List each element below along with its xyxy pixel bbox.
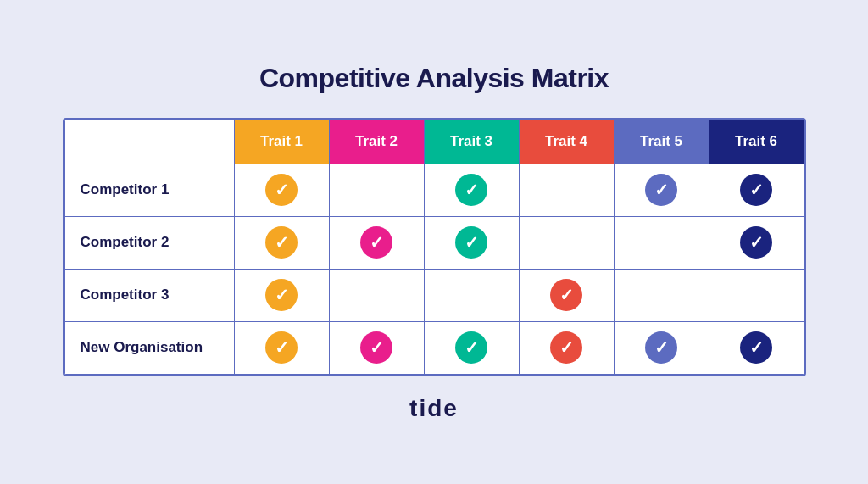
check-icon-r2-c3: ✓ xyxy=(550,279,582,311)
check-icon-r1-c2: ✓ xyxy=(455,226,487,259)
cell-r0-c3 xyxy=(519,164,614,216)
cell-r3-c4: ✓ xyxy=(614,321,709,374)
cell-r1-c5: ✓ xyxy=(709,216,804,269)
check-icon-r1-c1: ✓ xyxy=(360,226,392,259)
cell-r0-c0: ✓ xyxy=(234,164,329,216)
page-wrapper: Competitive Analysis Matrix Trait 1 Trai… xyxy=(0,46,868,439)
page-title: Competitive Analysis Matrix xyxy=(259,63,609,94)
cell-r3-c2: ✓ xyxy=(424,321,519,374)
cell-r0-c1 xyxy=(329,164,424,216)
empty-header-cell xyxy=(64,120,234,164)
trait-6-header: Trait 6 xyxy=(709,120,804,164)
cell-r1-c2: ✓ xyxy=(424,216,519,269)
cell-r1-c4 xyxy=(614,216,709,269)
cell-r3-c1: ✓ xyxy=(329,321,424,374)
cell-r2-c5 xyxy=(709,269,804,321)
cell-r2-c3: ✓ xyxy=(519,269,614,321)
cell-r2-c1 xyxy=(329,269,424,321)
check-icon-r2-c0: ✓ xyxy=(265,279,298,311)
table-row: Competitor 3✓✓ xyxy=(64,269,804,321)
check-icon-r3-c2: ✓ xyxy=(455,331,487,364)
cell-r3-c0: ✓ xyxy=(234,321,329,374)
check-icon-r0-c0: ✓ xyxy=(265,174,298,206)
table-row: Competitor 1✓✓✓✓ xyxy=(64,164,804,216)
check-icon-r3-c3: ✓ xyxy=(550,331,582,364)
cell-r1-c3 xyxy=(519,216,614,269)
row-label-2: Competitor 3 xyxy=(64,269,234,321)
brand-logo: tide xyxy=(409,395,459,422)
cell-r0-c4: ✓ xyxy=(614,164,709,216)
cell-r3-c5: ✓ xyxy=(709,321,804,374)
trait-4-header: Trait 4 xyxy=(519,120,614,164)
check-icon-r3-c0: ✓ xyxy=(265,331,298,364)
cell-r0-c5: ✓ xyxy=(709,164,804,216)
matrix-container: Trait 1 Trait 2 Trait 3 Trait 4 Trait 5 … xyxy=(63,118,806,376)
check-icon-r0-c2: ✓ xyxy=(455,174,487,206)
trait-5-header: Trait 5 xyxy=(614,120,709,164)
row-label-0: Competitor 1 xyxy=(64,164,234,216)
trait-3-header: Trait 3 xyxy=(424,120,519,164)
cell-r1-c0: ✓ xyxy=(234,216,329,269)
check-icon-r3-c4: ✓ xyxy=(645,331,677,364)
cell-r2-c2 xyxy=(424,269,519,321)
check-icon-r3-c5: ✓ xyxy=(740,331,772,364)
table-row: New Organisation✓✓✓✓✓✓ xyxy=(64,321,804,374)
cell-r2-c0: ✓ xyxy=(234,269,329,321)
table-row: Competitor 2✓✓✓✓ xyxy=(64,216,804,269)
trait-1-header: Trait 1 xyxy=(234,120,329,164)
check-icon-r3-c1: ✓ xyxy=(360,331,392,364)
check-icon-r0-c4: ✓ xyxy=(645,174,677,206)
check-icon-r1-c0: ✓ xyxy=(265,226,298,259)
analysis-table: Trait 1 Trait 2 Trait 3 Trait 4 Trait 5 … xyxy=(64,120,804,375)
cell-r3-c3: ✓ xyxy=(519,321,614,374)
cell-r1-c1: ✓ xyxy=(329,216,424,269)
cell-r0-c2: ✓ xyxy=(424,164,519,216)
check-icon-r0-c5: ✓ xyxy=(740,174,772,206)
header-row: Trait 1 Trait 2 Trait 3 Trait 4 Trait 5 … xyxy=(64,120,804,164)
cell-r2-c4 xyxy=(614,269,709,321)
check-icon-r1-c5: ✓ xyxy=(740,226,772,259)
trait-2-header: Trait 2 xyxy=(329,120,424,164)
row-label-3: New Organisation xyxy=(64,321,234,374)
row-label-1: Competitor 2 xyxy=(64,216,234,269)
